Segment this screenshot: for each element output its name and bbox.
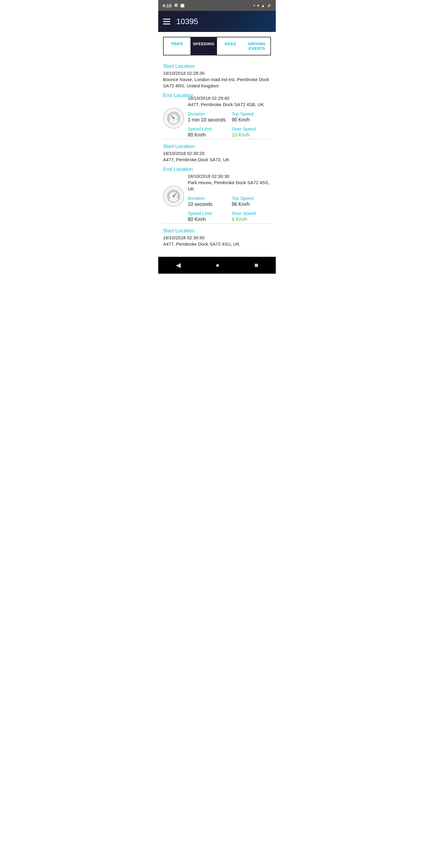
back-button[interactable]: ◀ bbox=[170, 258, 187, 272]
start-location-label-3: Start Location bbox=[163, 228, 271, 234]
top-speed-item-1: Top Speed 90 Km/h bbox=[232, 111, 271, 123]
over-speed-item-1: Over Speed 10 Km/h bbox=[232, 126, 271, 138]
wifi-icon: ▾ bbox=[257, 3, 259, 8]
stats-grid-1: Duration 1 min 10 seconds Top Speed 90 K… bbox=[188, 111, 271, 138]
entry-3-start: Start Location 18/10/2018 02:30:50 A477,… bbox=[163, 225, 271, 254]
top-speed-value-2: 86 Km/h bbox=[232, 202, 271, 207]
start-location-label-1: Start Location bbox=[163, 63, 271, 69]
svg-line-5 bbox=[176, 119, 177, 119]
battery-icon: ⚡ bbox=[267, 3, 272, 8]
top-speed-item-2: Top Speed 86 Km/h bbox=[232, 195, 271, 207]
tab-trips[interactable]: TRIPS bbox=[164, 37, 190, 55]
recent-apps-button[interactable]: ■ bbox=[248, 258, 264, 272]
duration-label-1: Duration bbox=[188, 111, 227, 116]
svg-point-8 bbox=[173, 195, 175, 197]
duration-item-1: Duration 1 min 10 seconds bbox=[188, 111, 227, 123]
over-speed-value-2: 6 Km/h bbox=[232, 217, 271, 222]
status-bar: 4:15 ⚙ ▣ ⌖ ▾ ▲ ⚡ bbox=[158, 0, 276, 11]
start-datetime-2: 18/10/2018 02:30:20 bbox=[163, 151, 271, 156]
end-datetime-2: 18/10/2018 02:30:30 bbox=[188, 174, 271, 179]
top-speed-label-1: Top Speed bbox=[232, 111, 271, 116]
speed-limit-item-2: Speed Limit 80 Km/h bbox=[188, 211, 227, 222]
stats-grid-2: Duration 10 seconds Top Speed 86 Km/h Sp… bbox=[188, 195, 271, 222]
start-datetime-3: 18/10/2018 02:30:50 bbox=[163, 235, 271, 240]
duration-label-2: Duration bbox=[188, 195, 227, 201]
bottom-navigation: ◀ ● ■ bbox=[158, 257, 276, 274]
svg-line-11 bbox=[176, 197, 177, 197]
content-area: Start Location 18/10/2018 02:28:30 Bounc… bbox=[158, 56, 276, 254]
speedometer-icon-1 bbox=[163, 107, 184, 129]
svg-point-2 bbox=[173, 118, 175, 119]
speed-limit-label-1: Speed Limit bbox=[188, 126, 227, 131]
home-button[interactable]: ● bbox=[210, 258, 225, 272]
end-location-label-2: End Location bbox=[163, 166, 271, 173]
start-address-2: A477, Pembroke Dock SA72, UK bbox=[163, 156, 271, 163]
start-location-label-2: Start Location bbox=[163, 144, 271, 150]
top-speed-value-1: 90 Km/h bbox=[232, 117, 271, 123]
top-speed-label-2: Top Speed bbox=[232, 195, 271, 201]
status-time: 4:15 bbox=[162, 3, 172, 8]
start-datetime-1: 18/10/2018 02:28:30 bbox=[163, 70, 271, 76]
speeding-entry-1: Start Location 18/10/2018 02:28:30 Bounc… bbox=[163, 59, 271, 104]
speedometer-icon-2 bbox=[163, 186, 184, 207]
tab-speeding[interactable]: SPEEDING bbox=[190, 37, 217, 55]
duration-value-2: 10 seconds bbox=[188, 202, 227, 207]
page-title: 10395 bbox=[176, 17, 198, 26]
start-address-1: Bounce house, London road ind est, Pembr… bbox=[163, 76, 271, 89]
divider-1 bbox=[163, 139, 271, 139]
svg-line-4 bbox=[170, 119, 171, 119]
end-address-2: Park House, Pembroke Dock SA72 4SS, UK bbox=[188, 179, 271, 192]
entry-2-start: Start Location 18/10/2018 02:30:20 A477,… bbox=[163, 141, 271, 173]
tab-adas[interactable]: ADAS bbox=[217, 37, 244, 55]
over-speed-item-2: Over Speed 6 Km/h bbox=[232, 211, 271, 222]
over-speed-label-2: Over Speed bbox=[232, 211, 271, 216]
tab-driving-events[interactable]: DRIVING EVENTS bbox=[244, 37, 271, 55]
tab-bar: TRIPS SPEEDING ADAS DRIVING EVENTS bbox=[163, 37, 271, 56]
start-address-3: A477, Pembroke Dock SA72 4SU, UK bbox=[163, 241, 271, 247]
speed-limit-label-2: Speed Limit bbox=[188, 211, 227, 216]
duration-item-2: Duration 10 seconds bbox=[188, 195, 227, 207]
divider-2 bbox=[163, 223, 271, 224]
svg-line-10 bbox=[170, 197, 171, 197]
entry-2-body: 18/10/2018 02:30:30 Park House, Pembroke… bbox=[163, 174, 271, 222]
speed-limit-value-2: 80 Km/h bbox=[188, 217, 227, 222]
storage-icon: ▣ bbox=[180, 3, 184, 8]
signal-icon: ▲ bbox=[261, 3, 265, 8]
settings-icon: ⚙ bbox=[174, 3, 178, 8]
over-speed-label-1: Over Speed bbox=[232, 126, 271, 131]
duration-value-1: 1 min 10 seconds bbox=[188, 117, 227, 123]
menu-button[interactable] bbox=[163, 19, 170, 24]
end-location-label-1: End Location bbox=[163, 93, 271, 98]
speed-limit-item-1: Speed Limit 80 Km/h bbox=[188, 126, 227, 138]
header: 10395 bbox=[158, 11, 276, 32]
location-icon: ⌖ bbox=[253, 3, 255, 8]
speed-limit-value-1: 80 Km/h bbox=[188, 132, 227, 138]
entry-2-details: 18/10/2018 02:30:30 Park House, Pembroke… bbox=[188, 174, 271, 222]
over-speed-value-1: 10 Km/h bbox=[232, 132, 271, 138]
